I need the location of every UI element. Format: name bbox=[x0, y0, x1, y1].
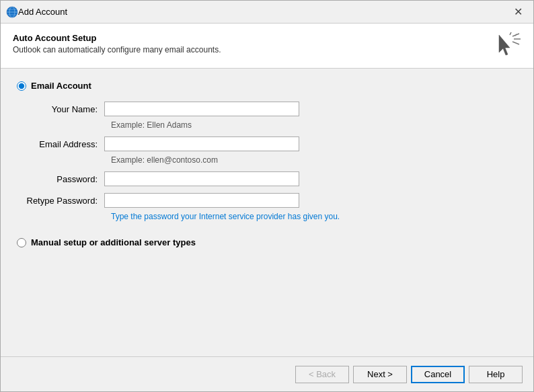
email-address-input[interactable] bbox=[104, 136, 299, 151]
retype-password-row: Retype Password: bbox=[24, 193, 517, 208]
back-button[interactable]: < Back bbox=[295, 366, 349, 383]
title-bar: Add Account ✕ bbox=[1, 1, 533, 24]
svg-line-9 bbox=[510, 32, 511, 35]
password-hint: Type the password your Internet service … bbox=[111, 212, 517, 221]
retype-password-label: Retype Password: bbox=[24, 196, 104, 206]
header-subtitle: Outlook can automatically configure many… bbox=[13, 45, 221, 54]
email-account-radio[interactable] bbox=[17, 81, 26, 91]
cursor-star-icon bbox=[494, 33, 521, 60]
manual-setup-radio[interactable] bbox=[17, 238, 26, 247]
your-name-row: Your Name: bbox=[24, 102, 517, 116]
manual-setup-section: Manual setup or additional server types bbox=[17, 237, 517, 247]
header-title: Auto Account Setup bbox=[13, 33, 221, 43]
title-bar-text: Add Account bbox=[18, 7, 508, 17]
header-text-block: Auto Account Setup Outlook can automatic… bbox=[13, 33, 221, 54]
svg-line-8 bbox=[512, 42, 519, 44]
dialog-body: Email Account Your Name: Example: Ellen … bbox=[1, 69, 533, 356]
email-account-radio-label[interactable]: Email Account bbox=[17, 81, 517, 91]
your-name-hint: Example: Ellen Adams bbox=[111, 120, 517, 130]
help-button[interactable]: Help bbox=[469, 366, 523, 383]
close-button[interactable]: ✕ bbox=[508, 4, 528, 20]
password-input[interactable] bbox=[104, 171, 299, 186]
your-name-label: Your Name: bbox=[24, 104, 104, 114]
email-address-row: Email Address: bbox=[24, 136, 517, 151]
password-label: Password: bbox=[24, 174, 104, 184]
add-account-dialog: Add Account ✕ Auto Account Setup Outlook… bbox=[0, 0, 534, 392]
next-button[interactable]: Next > bbox=[353, 366, 407, 383]
svg-marker-5 bbox=[499, 35, 510, 55]
retype-password-input[interactable] bbox=[104, 193, 299, 208]
manual-setup-radio-label[interactable]: Manual setup or additional server types bbox=[17, 237, 517, 247]
email-account-section: Email Account bbox=[17, 81, 517, 91]
cancel-button[interactable]: Cancel bbox=[411, 366, 465, 383]
your-name-input[interactable] bbox=[104, 102, 299, 116]
outlook-icon bbox=[6, 6, 18, 18]
email-form: Your Name: Example: Ellen Adams Email Ad… bbox=[17, 102, 517, 221]
email-address-label: Email Address: bbox=[24, 139, 104, 149]
email-address-hint: Example: ellen@contoso.com bbox=[111, 155, 517, 165]
password-row: Password: bbox=[24, 171, 517, 186]
dialog-footer: < Back Next > Cancel Help bbox=[1, 356, 533, 391]
email-account-label: Email Account bbox=[31, 81, 91, 91]
dialog-header: Auto Account Setup Outlook can automatic… bbox=[1, 24, 533, 69]
manual-setup-label: Manual setup or additional server types bbox=[31, 237, 196, 247]
